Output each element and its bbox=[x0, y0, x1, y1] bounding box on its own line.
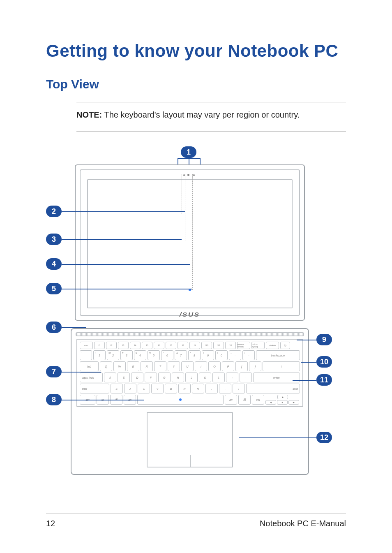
key-slash: / bbox=[233, 384, 245, 393]
leader-dash bbox=[182, 174, 182, 214]
key-j: J bbox=[185, 373, 198, 382]
key-rctrl: ctrl bbox=[252, 395, 264, 405]
note-block: NOTE: The keyboard's layout may vary per… bbox=[76, 109, 346, 120]
leader-line bbox=[62, 211, 185, 212]
leader-line bbox=[189, 158, 189, 164]
camera-dot bbox=[187, 174, 189, 176]
leader-dash bbox=[185, 174, 185, 241]
callout-4: 4 bbox=[46, 258, 62, 270]
key-7: &7 bbox=[175, 350, 187, 360]
divider bbox=[76, 131, 346, 132]
callout-3: 3 bbox=[46, 234, 62, 245]
key-n: N bbox=[178, 384, 191, 393]
leader-line bbox=[239, 437, 316, 438]
key-equals: += bbox=[242, 350, 255, 360]
key-left: ◄ bbox=[265, 400, 276, 405]
key-f2: f2 bbox=[106, 342, 117, 349]
callout-5: 5 bbox=[46, 283, 62, 294]
leader-dash bbox=[190, 174, 190, 266]
leader-line bbox=[62, 400, 144, 400]
key-9: (9 bbox=[202, 350, 214, 360]
leader-line bbox=[301, 362, 316, 363]
key-4: $4 bbox=[134, 350, 146, 360]
section-title: Top View bbox=[0, 61, 392, 91]
note-label: NOTE: bbox=[76, 110, 102, 119]
keyboard-q-row: tab Q W E R T Y U I O P [ ] \ bbox=[80, 361, 300, 371]
key-f: F bbox=[145, 373, 157, 382]
key-f9: f9 bbox=[189, 342, 200, 349]
key-o: O bbox=[208, 361, 221, 371]
key-right: ► bbox=[288, 400, 299, 405]
key-lbracket: [ bbox=[235, 361, 248, 371]
key-menu: ▤ bbox=[238, 395, 251, 405]
key-i: I bbox=[195, 361, 207, 371]
leader-line bbox=[297, 340, 316, 340]
key-esc: esc bbox=[80, 342, 93, 349]
key-l: L bbox=[212, 373, 225, 382]
laptop-body: esc f1 f2 f3 f4 f5 f6 f7 f8 f9 f10 f11 f… bbox=[71, 328, 309, 475]
key-f4: f4 bbox=[130, 342, 141, 349]
key-f6: f6 bbox=[154, 342, 164, 349]
callout-10: 10 bbox=[316, 356, 332, 368]
key-e: E bbox=[127, 361, 139, 371]
leader-line bbox=[62, 372, 101, 373]
key-r: R bbox=[141, 361, 153, 371]
key-w: W bbox=[113, 361, 126, 371]
key-f5: f5 bbox=[142, 342, 152, 349]
key-rbracket: ] bbox=[249, 361, 261, 371]
key-x: X bbox=[124, 384, 136, 393]
key-power: ⏻ bbox=[280, 342, 290, 349]
leader-line bbox=[62, 239, 182, 240]
key-0: )0 bbox=[215, 350, 228, 360]
callout-12: 12 bbox=[316, 432, 332, 443]
callout-7: 7 bbox=[46, 366, 62, 377]
key-space bbox=[137, 395, 224, 405]
arrow-cluster: ▲ ◄ ▼ ► bbox=[265, 395, 300, 405]
leader-line bbox=[293, 380, 316, 381]
brand-logo: /SUS bbox=[180, 311, 200, 318]
pointer-dot bbox=[179, 398, 182, 401]
key-z: Z bbox=[111, 384, 123, 393]
leader-line bbox=[62, 289, 192, 289]
key-a: A bbox=[104, 373, 116, 382]
key-d: D bbox=[131, 373, 143, 382]
touchpad-button-divider bbox=[190, 455, 191, 467]
key-down: ▼ bbox=[277, 400, 288, 405]
note-text: The keyboard's layout may vary per regio… bbox=[102, 110, 300, 119]
key-c: C bbox=[138, 384, 150, 393]
key-semicolon: ; bbox=[226, 373, 238, 382]
key-2: @2 bbox=[107, 350, 119, 360]
leader-line bbox=[178, 158, 201, 159]
page-footer: 12 Notebook PC E-Manual bbox=[46, 514, 346, 528]
key-h: H bbox=[172, 373, 184, 382]
key-6: ^6 bbox=[161, 350, 173, 360]
key-capslock: caps lock bbox=[80, 373, 103, 382]
callout-8: 8 bbox=[46, 394, 62, 405]
key-delete: delete bbox=[266, 342, 279, 349]
key-v: V bbox=[151, 384, 164, 393]
key-m: M bbox=[192, 384, 204, 393]
key-f3: f3 bbox=[118, 342, 129, 349]
key-backspace: backspace bbox=[256, 350, 300, 360]
key-5: %5 bbox=[148, 350, 160, 360]
footer-title: Notebook PC E-Manual bbox=[260, 519, 346, 528]
key-y: Y bbox=[168, 361, 180, 371]
divider bbox=[76, 102, 346, 102]
key-pause: pause break bbox=[237, 342, 250, 349]
key-t: T bbox=[154, 361, 166, 371]
key-tab: tab bbox=[80, 361, 99, 371]
page-title: Getting to know your Notebook PC bbox=[0, 0, 392, 61]
key-up: ▲ bbox=[277, 395, 288, 399]
key-grave: ` bbox=[80, 350, 92, 360]
key-q: Q bbox=[100, 361, 112, 371]
callout-9: 9 bbox=[316, 334, 332, 345]
leader-line bbox=[200, 158, 201, 164]
keyboard: esc f1 f2 f3 f4 f5 f6 f7 f8 f9 f10 f11 f… bbox=[76, 339, 303, 407]
key-8: *8 bbox=[188, 350, 201, 360]
key-s: S bbox=[118, 373, 130, 382]
key-f10: f10 bbox=[201, 342, 212, 349]
key-period: . bbox=[219, 384, 231, 393]
leader-dash bbox=[192, 174, 193, 290]
divider bbox=[46, 514, 346, 514]
callout-11: 11 bbox=[316, 374, 332, 386]
